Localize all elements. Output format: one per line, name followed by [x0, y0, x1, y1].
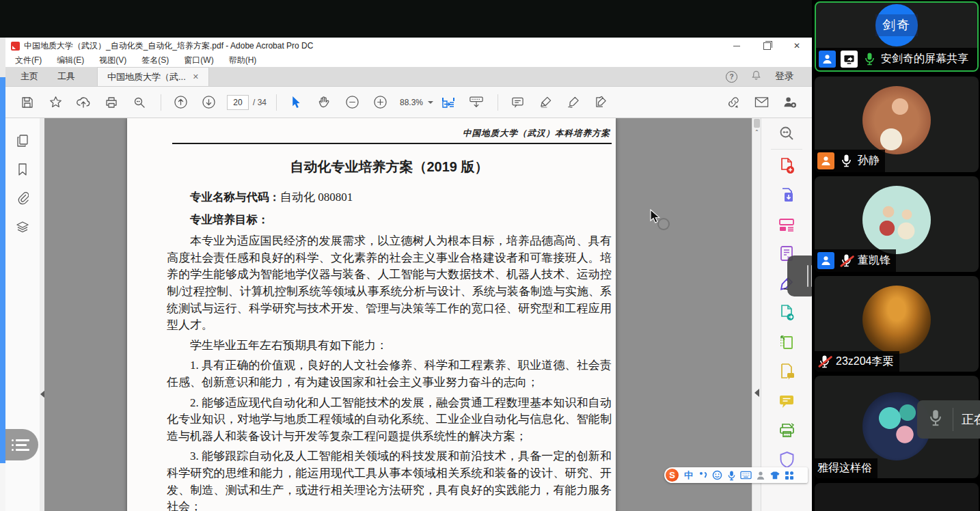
link-icon[interactable]: [724, 93, 743, 112]
organize-pages-icon[interactable]: [761, 210, 812, 239]
crop-pages-icon[interactable]: [761, 327, 812, 357]
participant-name: 安剑奇的屏幕共享: [881, 52, 968, 66]
menu-item-4[interactable]: 窗口(W): [184, 55, 213, 66]
main-toolbar: 20 / 34 88.3%: [5, 87, 812, 118]
pdf-paragraph-3: 学生毕业五年左右预期具有如下能力：: [167, 337, 612, 355]
microphone-muted-icon: [817, 354, 831, 369]
pdf-paragraph-5: 2. 能够适应现代自动化和人工智能技术的发展，融会贯通工程数理基本知识和自动化专…: [167, 395, 612, 445]
tab-home[interactable]: 主页: [11, 67, 48, 86]
toolbox-icon[interactable]: [782, 468, 796, 482]
zoom-level-select[interactable]: 88.3%: [400, 98, 433, 107]
create-pdf-icon[interactable]: [761, 151, 812, 180]
page-thumbnails-icon[interactable]: [5, 126, 40, 155]
close-button[interactable]: ✕: [782, 38, 812, 54]
attachments-icon[interactable]: [5, 184, 40, 212]
participant-label: 23z204李栗: [815, 351, 899, 372]
tab-tools[interactable]: 工具: [48, 67, 85, 86]
participant-badge-icon: [817, 252, 834, 269]
vertical-scrollbar[interactable]: ⌃: [752, 118, 761, 511]
menu-item-2[interactable]: 视图(V): [99, 55, 126, 66]
skin-icon[interactable]: [767, 468, 782, 482]
select-pointer-icon[interactable]: [286, 93, 305, 112]
window-controls: ✕: [722, 38, 812, 54]
participant-tile-0[interactable]: 剑奇安剑奇的屏幕共享: [815, 1, 979, 72]
title-bar: 中国地质大学（武汉）_自动化类_自动化_培养方案.pdf - Adobe Acr…: [5, 38, 812, 54]
keyboard-icon[interactable]: [739, 468, 753, 482]
zoom-in-icon[interactable]: [370, 93, 390, 112]
sign-pen-icon[interactable]: [564, 93, 583, 112]
background-strip: [0, 38, 5, 77]
tab-close-icon[interactable]: ✕: [193, 72, 199, 81]
participant-tile-1[interactable]: 孙静: [815, 77, 979, 172]
participant-tile-3[interactable]: 23z204李栗: [815, 276, 979, 372]
background-window-edge: [0, 77, 5, 463]
bell-icon[interactable]: [751, 70, 761, 83]
menu-item-3[interactable]: 签名(S): [141, 55, 169, 66]
microphone-icon: [862, 52, 876, 67]
fit-width-icon[interactable]: [439, 93, 458, 112]
doc-comment-icon[interactable]: [761, 357, 812, 386]
hand-icon[interactable]: [314, 93, 334, 112]
acrobat-app-icon: [11, 42, 20, 51]
add-user-icon[interactable]: [780, 93, 799, 112]
search-icon[interactable]: [130, 93, 149, 112]
star-icon[interactable]: [46, 93, 65, 112]
speaking-indicator-text: 正在讲: [962, 411, 980, 428]
participant-label: 安剑奇的屏幕共享: [816, 48, 977, 70]
scrollbar-thumb[interactable]: [754, 119, 760, 128]
menu-bar: 文件(F)编辑(E)视图(V)签名(S)窗口(W)帮助(H): [5, 54, 812, 67]
highlighter-icon[interactable]: [536, 93, 555, 112]
chevron-down-icon: [428, 101, 433, 104]
sogou-logo-icon[interactable]: S: [666, 469, 679, 482]
avatar: 剑奇: [875, 4, 918, 46]
tab-bar: 主页 工具 中国地质大学（武... ✕ ? 登录: [5, 67, 812, 87]
print-icon[interactable]: [102, 93, 121, 112]
participant-name: 董凯锋: [858, 253, 890, 268]
avatar-initials: 剑奇: [875, 14, 918, 36]
save-icon[interactable]: [18, 93, 37, 112]
email-icon[interactable]: [752, 93, 771, 112]
restore-button[interactable]: [752, 38, 782, 54]
microphone-icon: [928, 409, 943, 430]
chinese-mode-button[interactable]: 中: [681, 468, 696, 482]
participant-tile-2[interactable]: 董凯锋: [815, 176, 979, 272]
voice-icon[interactable]: [724, 468, 739, 482]
account-icon[interactable]: [753, 468, 767, 482]
menu-item-0[interactable]: 文件(F): [15, 55, 42, 66]
floating-list-button[interactable]: [5, 429, 38, 460]
menu-item-1[interactable]: 编辑(E): [57, 55, 84, 66]
pdf-page-header: 中国地质大学（武汉）本科培养方案: [167, 128, 612, 139]
page-down-icon[interactable]: [199, 93, 218, 112]
tab-document[interactable]: 中国地质大学（武... ✕: [97, 67, 209, 86]
menu-item-5[interactable]: 帮助(H): [229, 55, 257, 66]
participant-tile-5[interactable]: [815, 483, 979, 511]
comment-icon[interactable]: [508, 93, 527, 112]
participant-badge-icon: [817, 152, 834, 169]
print-production-icon[interactable]: [761, 415, 812, 445]
bookmarks-icon[interactable]: [5, 155, 40, 184]
layers-icon[interactable]: [5, 212, 40, 241]
send-pdf-icon[interactable]: [761, 298, 812, 327]
zoom-level-value: 88.3%: [400, 98, 423, 107]
zoom-out-icon[interactable]: [342, 93, 362, 112]
background-strip-bottom: [0, 463, 5, 511]
fill-sign-icon[interactable]: [592, 93, 611, 112]
collapse-tools-panel-icon[interactable]: [754, 389, 759, 397]
find-text-icon[interactable]: [761, 118, 812, 148]
screen-share-icon: [841, 51, 858, 68]
scroll-up-icon[interactable]: ⌃: [754, 129, 759, 135]
login-button[interactable]: 登录: [775, 70, 794, 83]
share-upload-icon[interactable]: [74, 93, 93, 112]
minimize-button[interactable]: [722, 38, 752, 54]
punctuation-icon[interactable]: [696, 468, 710, 482]
document-area[interactable]: 中国地质大学（武汉）本科培养方案 自动化专业培养方案（2019 版） 专业名称与…: [44, 118, 752, 511]
emoji-icon[interactable]: [710, 468, 724, 482]
page-up-icon[interactable]: [171, 93, 190, 112]
help-icon[interactable]: ?: [726, 71, 737, 83]
export-pdf-icon[interactable]: [761, 180, 812, 210]
page-number-input[interactable]: 20: [227, 95, 249, 110]
presentation-icon[interactable]: [467, 93, 486, 112]
participant-badge-icon: [819, 51, 836, 68]
acrobat-window: 中国地质大学（武汉）_自动化类_自动化_培养方案.pdf - Adobe Acr…: [5, 38, 812, 511]
comment-bubble-icon[interactable]: [761, 386, 812, 415]
